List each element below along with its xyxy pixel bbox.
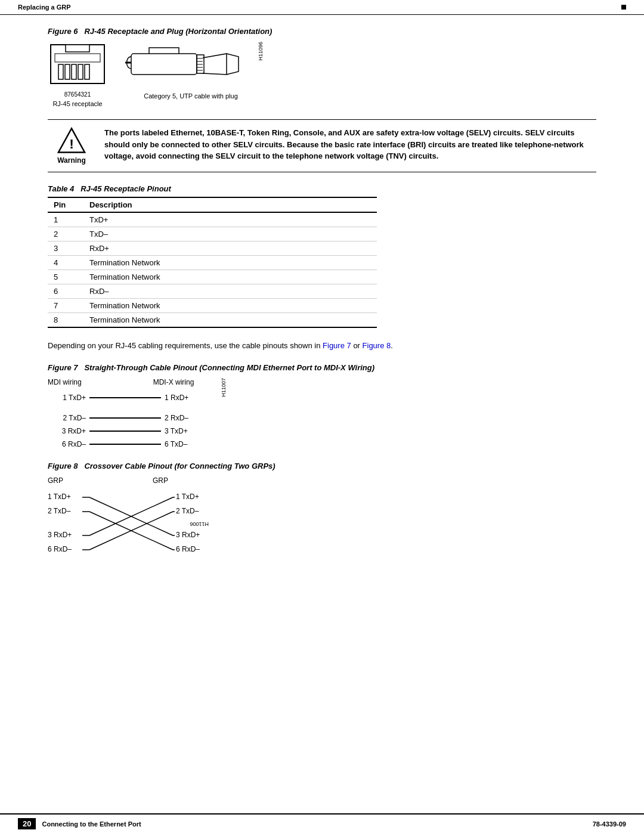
rj45-numbers: 87654321 [48, 91, 107, 98]
table-row: 7Termination Network [48, 299, 377, 313]
wire-line [89, 417, 161, 419]
figure8-area: Figure 8 Crossover Cable Pinout (for Con… [48, 462, 596, 568]
figure7-link[interactable]: Figure 7 [323, 341, 351, 350]
bottom-right-label: 78-4339-09 [593, 820, 626, 828]
wire-left-label: 3 RxD+ [48, 427, 89, 435]
svg-text:!: ! [69, 136, 74, 151]
figure8-diagram: GRP GRP 1 TxD+ 2 TxD– 3 RxD+ 6 RxD– 1 Tx… [48, 476, 596, 568]
table4-title: RJ-45 Receptacle Pinout [80, 184, 171, 193]
wire-left-label: 6 RxD– [48, 440, 89, 448]
figure7-wiring: MDI wiring MDI-X wiring 1 TxD+1 RxD+2 Tx… [48, 378, 203, 451]
table-row: 8Termination Network [48, 313, 377, 328]
table-row: 2TxD– [48, 227, 377, 241]
wire-right-label: 2 RxD– [161, 414, 203, 422]
svg-rect-8 [131, 54, 197, 75]
table4-section: Table 4 RJ-45 Receptacle Pinout Pin Desc… [48, 184, 596, 328]
wire-row: 3 RxD+3 TxD+ [48, 425, 203, 438]
table-row: 3RxD+ [48, 241, 377, 256]
top-bar-label: Replacing a GRP [18, 4, 71, 11]
table4-caption: Table 4 RJ-45 Receptacle Pinout [48, 184, 596, 193]
warning-section: ! Warning The ports labeled Ethernet, 10… [48, 119, 596, 172]
figure6-id: H11096 [258, 42, 264, 61]
bottom-bar-left: 20 Connecting to the Ethernet Port [18, 818, 141, 829]
figure7-wires-container: 1 TxD+1 RxD+2 TxD–2 RxD–3 RxD+3 TxD+6 Rx… [48, 391, 203, 451]
utp-plug-area: Category 5, UTP cable with plug H11096 [125, 42, 256, 100]
pin-cell: 7 [48, 299, 83, 313]
svg-rect-3 [65, 64, 70, 79]
pin-cell: 3 [48, 241, 83, 256]
figure8-title: Crossover Cable Pinout (for Connecting T… [84, 462, 275, 470]
desc-cell: TxD+ [83, 212, 377, 227]
page-number: 20 [18, 818, 36, 829]
pin-cell: 6 [48, 284, 83, 299]
warning-triangle-icon: ! [57, 127, 86, 154]
figure8-link[interactable]: Figure 8 [363, 341, 391, 350]
figure6-title: RJ-45 Receptacle and Plug (Horizontal Or… [84, 27, 272, 36]
rj45-receptacle-svg [48, 42, 107, 89]
col-desc-header: Description [83, 197, 377, 212]
pin-cell: 2 [48, 227, 83, 241]
pinout-table: Pin Description 1TxD+2TxD–3RxD+4Terminat… [48, 197, 377, 328]
desc-cell: Termination Network [83, 256, 377, 270]
figure7-prefix: Figure 7 [48, 363, 78, 372]
top-bar-marker [621, 5, 626, 10]
wire-line [89, 444, 161, 445]
svg-rect-4 [72, 64, 76, 79]
svg-rect-1 [66, 45, 89, 52]
pin-cell: 1 [48, 212, 83, 227]
svg-rect-5 [78, 64, 83, 79]
utp-plug-svg [125, 42, 256, 89]
figure6-area: 87654321 RJ-45 receptacle [48, 42, 596, 107]
svg-text:6 RxD–: 6 RxD– [48, 545, 72, 553]
top-bar: Replacing a GRP [0, 0, 644, 15]
warning-icon-area: ! Warning [48, 127, 95, 165]
bottom-bar: 20 Connecting to the Ethernet Port 78-43… [0, 813, 644, 833]
pin-cell: 5 [48, 270, 83, 284]
page-container: Replacing a GRP Figure 6 RJ-45 Receptacl… [0, 0, 644, 833]
figure6-prefix: Figure 6 [48, 27, 78, 36]
bottom-left-label: Connecting to the Ethernet Port [42, 820, 141, 828]
wire-row: 1 TxD+1 RxD+ [48, 391, 203, 404]
main-content: Figure 6 RJ-45 Receptacle and Plug (Hori… [0, 15, 644, 614]
wire-right-label: 1 RxD+ [161, 394, 203, 402]
body-paragraph: Depending on your RJ-45 cabling requirem… [48, 340, 596, 352]
svg-text:3 RxD+: 3 RxD+ [48, 531, 72, 539]
table4-prefix: Table 4 [48, 184, 74, 193]
wire-left-label: 1 TxD+ [48, 394, 89, 402]
pin-cell: 8 [48, 313, 83, 328]
figure8-prefix: Figure 8 [48, 462, 78, 470]
figure8-caption: Figure 8 Crossover Cable Pinout (for Con… [48, 462, 596, 470]
svg-text:1 TxD+: 1 TxD+ [176, 493, 199, 501]
warning-label: Warning [57, 156, 86, 165]
svg-text:6 RxD–: 6 RxD– [176, 545, 200, 553]
rj45-label: RJ-45 receptacle [48, 100, 107, 107]
figure7-id: H11007 [221, 378, 227, 397]
warning-text: The ports labeled Ethernet, 10BASE-T, To… [104, 127, 596, 162]
wire-left-label: 2 TxD– [48, 414, 89, 422]
figure7-right-label: MDI-X wiring [153, 378, 194, 386]
col-pin-header: Pin [48, 197, 83, 212]
wire-right-label: 3 TxD+ [161, 427, 203, 435]
svg-rect-7 [55, 54, 100, 62]
table-row: 1TxD+ [48, 212, 377, 227]
table-row: 5Termination Network [48, 270, 377, 284]
desc-cell: TxD– [83, 227, 377, 241]
svg-text:H11006: H11006 [190, 521, 209, 527]
figure7-left-label: MDI wiring [48, 378, 82, 386]
wire-row: 2 TxD–2 RxD– [48, 411, 203, 425]
desc-cell: Termination Network [83, 270, 377, 284]
crossover-svg: 1 TxD+ 2 TxD– 3 RxD+ 6 RxD– 1 TxD+ 2 TxD… [48, 488, 227, 566]
figure8-col-labels: GRP GRP [48, 476, 596, 485]
wire-line [89, 397, 161, 398]
figure7-col-labels: MDI wiring MDI-X wiring [48, 378, 203, 386]
desc-cell: Termination Network [83, 313, 377, 328]
pin-cell: 4 [48, 256, 83, 270]
wire-row: 6 RxD–6 TxD– [48, 438, 203, 451]
svg-text:1 TxD+: 1 TxD+ [48, 493, 71, 501]
wire-right-label: 6 TxD– [161, 440, 203, 448]
desc-cell: Termination Network [83, 299, 377, 313]
svg-text:3 RxD+: 3 RxD+ [176, 531, 200, 539]
rj45-receptacle-area: 87654321 RJ-45 receptacle [48, 42, 107, 107]
svg-rect-2 [58, 64, 63, 79]
svg-text:2 TxD–: 2 TxD– [176, 507, 199, 515]
